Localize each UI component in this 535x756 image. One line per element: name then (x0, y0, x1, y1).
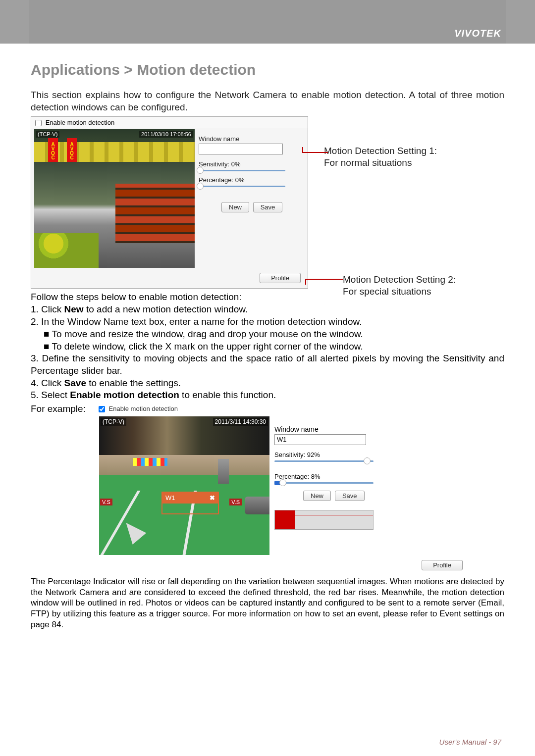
new-button-2[interactable]: New (303, 491, 331, 501)
window-name-input-1[interactable] (199, 144, 283, 154)
for-example-label: For example: (31, 403, 86, 414)
page-title: Applications > Motion detection (31, 61, 504, 78)
vs-marker: V.S (100, 499, 112, 505)
save-button-2[interactable]: Save (335, 491, 365, 501)
percentage-label-1: Percentage: 0% (199, 176, 305, 184)
video-overlay-protocol: (TCP-V) (101, 418, 126, 426)
percentage-indicator-note: The Percentage Indicator will rise or fa… (31, 576, 504, 630)
annotation-setting2-line1: Motion Detection Setting 2: (343, 274, 496, 286)
video-overlay-protocol: (TCP-V) (36, 131, 59, 138)
sensitivity-label-1: Sensitivity: 0% (199, 160, 305, 168)
close-icon[interactable]: ✖ (210, 493, 215, 504)
window-name-input-2[interactable] (274, 434, 366, 445)
motion-window-w1[interactable]: W1 ✖ (161, 492, 219, 514)
window-name-label: Window name (274, 425, 396, 433)
window-name-label: Window name (199, 135, 305, 143)
sensitivity-slider-2[interactable] (274, 460, 374, 462)
video-preview-1[interactable]: (TCP-V) 2011/03/10 17:08:56 AVOC AVOC (34, 129, 195, 268)
store-sign: AVOC (48, 138, 58, 163)
percentage-slider-1[interactable] (199, 186, 285, 187)
video-overlay-timestamp: 2011/03/10 17:08:56 (139, 131, 193, 138)
profile-button-1[interactable]: Profile (260, 273, 301, 283)
intro-paragraph: This section explains how to configure t… (31, 89, 504, 113)
video-preview-2[interactable]: (TCP-V) 2011/3/11 14:30:30 V.S V.S W1 ✖ (99, 416, 269, 555)
steps-list: 1. Click New to add a new motion detecti… (31, 303, 504, 402)
brand-logo: VIVOTEK (454, 28, 501, 39)
enable-motion-label-2: Enable motion detection (109, 405, 178, 412)
store-sign: AVOC (67, 138, 77, 163)
vs-marker: V.S (229, 499, 242, 505)
video-overlay-timestamp: 2011/3/11 14:30:30 (213, 418, 268, 426)
motion-window-title: W1 (165, 493, 175, 504)
annotation-setting1-line1: Motion Detection Setting 1: (324, 145, 478, 157)
annotation-setting2-line2: For special situations (343, 286, 496, 298)
sensitivity-label-2: Sensitivity: 92% (274, 451, 396, 458)
enable-motion-checkbox-2[interactable] (99, 406, 105, 412)
percentage-label-2: Percentage: 8% (274, 473, 396, 480)
motion-detection-panel-1: Enable motion detection (TCP-V) 2011/03/… (31, 116, 308, 289)
profile-button-2[interactable]: Profile (422, 560, 463, 570)
percentage-slider-2[interactable] (274, 482, 374, 484)
page-footer: User's Manual - 97 (439, 738, 501, 746)
motion-detection-panel-2: (TCP-V) 2011/3/11 14:30:30 V.S V.S W1 ✖ … (99, 416, 396, 555)
percentage-indicator-graph (274, 510, 374, 530)
save-button-1[interactable]: Save (253, 202, 283, 212)
new-button-1[interactable]: New (221, 202, 249, 212)
enable-motion-checkbox-1[interactable] (35, 120, 42, 126)
enable-motion-label-1: Enable motion detection (46, 119, 114, 126)
sensitivity-slider-1[interactable] (199, 170, 285, 171)
annotation-setting1-line2: For normal situations (324, 157, 478, 169)
